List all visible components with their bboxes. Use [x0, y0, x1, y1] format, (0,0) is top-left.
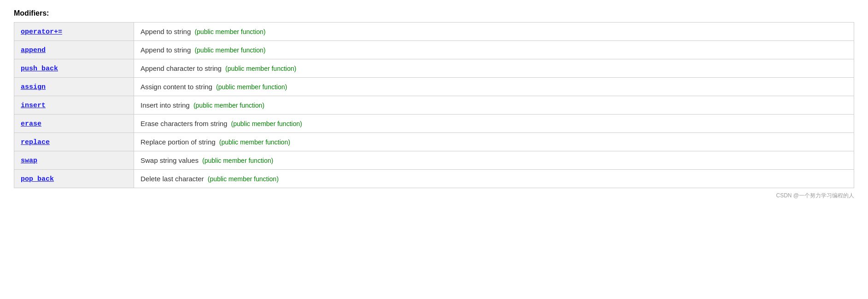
cell-name-push-back: push_back [14, 59, 134, 78]
link-erase[interactable]: erase [21, 120, 41, 128]
watermark: CSDN @一个努力学习编程的人 [14, 192, 854, 200]
desc-qualifier: (public member function) [194, 46, 265, 54]
desc-text: Append to string [141, 46, 193, 54]
section-title: Modifiers: [14, 9, 854, 17]
link-insert[interactable]: insert [21, 102, 46, 109]
cell-name-replace: replace [14, 133, 134, 151]
desc-qualifier: (public member function) [194, 28, 265, 35]
cell-desc-operator-plus-eq: Append to string (public member function… [134, 23, 854, 41]
cell-name-operator-plus-eq: operator+= [14, 23, 134, 41]
table-row: push_backAppend character to string (pub… [14, 59, 854, 78]
link-replace[interactable]: replace [21, 138, 50, 146]
desc-qualifier: (public member function) [202, 157, 273, 164]
desc-qualifier: (public member function) [216, 83, 287, 91]
desc-text: Append to string [141, 28, 193, 35]
link-pop-back[interactable]: pop_back [21, 175, 54, 183]
desc-text: Delete last character [141, 175, 206, 183]
link-append[interactable]: append [21, 46, 46, 54]
desc-text: Insert into string [141, 101, 192, 109]
table-row: replaceReplace portion of string (public… [14, 133, 854, 151]
cell-name-assign: assign [14, 78, 134, 96]
desc-qualifier: (public member function) [194, 102, 264, 109]
cell-name-insert: insert [14, 96, 134, 115]
link-operator-plus-eq[interactable]: operator+= [21, 28, 62, 36]
cell-desc-replace: Replace portion of string (public member… [134, 133, 854, 151]
desc-qualifier: (public member function) [219, 138, 290, 146]
modifiers-table: operator+=Append to string (public membe… [14, 22, 854, 188]
cell-desc-append: Append to string (public member function… [134, 41, 854, 59]
cell-desc-pop-back: Delete last character (public member fun… [134, 170, 854, 188]
table-row: eraseErase characters from string (publi… [14, 115, 854, 133]
desc-text: Replace portion of string [141, 138, 217, 146]
desc-text: Assign content to string [141, 83, 214, 91]
table-row: insertInsert into string (public member … [14, 96, 854, 115]
cell-desc-push-back: Append character to string (public membe… [134, 59, 854, 78]
cell-name-swap: swap [14, 151, 134, 170]
cell-desc-swap: Swap string values (public member functi… [134, 151, 854, 170]
desc-text: Erase characters from string [141, 120, 229, 127]
table-row: assignAssign content to string (public m… [14, 78, 854, 96]
link-assign[interactable]: assign [21, 83, 46, 91]
cell-desc-insert: Insert into string (public member functi… [134, 96, 854, 115]
link-push-back[interactable]: push_back [21, 65, 58, 73]
cell-name-pop-back: pop_back [14, 170, 134, 188]
table-row: pop_backDelete last character (public me… [14, 170, 854, 188]
desc-qualifier: (public member function) [225, 65, 296, 72]
cell-desc-assign: Assign content to string (public member … [134, 78, 854, 96]
link-swap[interactable]: swap [21, 157, 37, 165]
desc-text: Swap string values [141, 156, 200, 164]
desc-qualifier: (public member function) [208, 175, 279, 183]
table-row: swapSwap string values (public member fu… [14, 151, 854, 170]
desc-qualifier: (public member function) [231, 120, 302, 127]
cell-name-erase: erase [14, 115, 134, 133]
desc-text: Append character to string [141, 64, 223, 72]
cell-name-append: append [14, 41, 134, 59]
table-row: operator+=Append to string (public membe… [14, 23, 854, 41]
cell-desc-erase: Erase characters from string (public mem… [134, 115, 854, 133]
table-row: appendAppend to string (public member fu… [14, 41, 854, 59]
